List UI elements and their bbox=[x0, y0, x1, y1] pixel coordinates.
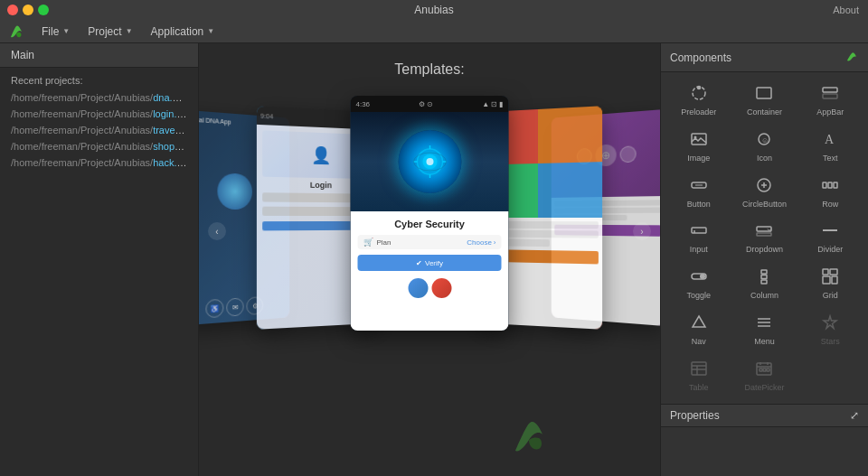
component-icon[interactable]: ☺ Icon bbox=[732, 124, 797, 169]
component-image-label: Image bbox=[687, 154, 710, 163]
component-menu[interactable]: Menu bbox=[732, 307, 797, 352]
grid-icon bbox=[821, 267, 839, 288]
menu-icon bbox=[755, 313, 773, 334]
maximize-button[interactable] bbox=[38, 5, 49, 15]
recent-file-hack[interactable]: /home/freeman/Project/Anubias/hack.anb bbox=[0, 154, 198, 171]
recent-files-list: /home/freeman/Project/Anubias/dna.anb /h… bbox=[0, 89, 198, 171]
recent-file-dna[interactable]: /home/freeman/Project/Anubias/dna.anb bbox=[0, 89, 198, 106]
svg-rect-39 bbox=[832, 276, 837, 284]
properties-panel: Properties ⤢ bbox=[661, 404, 868, 476]
component-container[interactable]: Container bbox=[732, 78, 797, 123]
card-avatars bbox=[358, 278, 502, 298]
component-dropdown[interactable]: Dropdown bbox=[732, 216, 797, 261]
application-menu-arrow-icon: ▼ bbox=[207, 27, 214, 35]
choose-arrow-icon: › bbox=[494, 238, 496, 247]
svg-rect-38 bbox=[823, 276, 830, 284]
component-circlebutton-label: CircleButton bbox=[742, 200, 787, 209]
project-menu[interactable]: Project ▼ bbox=[80, 23, 139, 40]
template-card-cyber[interactable]: 4:36 ⚙ ⊙ ▲ ⊡ ▮ bbox=[351, 96, 509, 331]
svg-rect-55 bbox=[767, 369, 769, 371]
divider-icon bbox=[821, 221, 839, 242]
input-icon bbox=[690, 221, 708, 242]
component-preloader[interactable]: Preloader bbox=[666, 78, 731, 123]
component-appbar-label: AppBar bbox=[816, 107, 844, 117]
verify-icon: ✔ bbox=[416, 259, 422, 267]
file-menu[interactable]: File ▼ bbox=[34, 23, 77, 40]
card-plan-row: 🛒 Plan Choose › bbox=[358, 235, 502, 249]
about-button[interactable]: About bbox=[833, 5, 859, 15]
preloader-icon bbox=[690, 84, 708, 105]
properties-expand-icon[interactable]: ⤢ bbox=[850, 409, 859, 422]
components-panel-header: Components bbox=[661, 43, 868, 72]
card-body: Cyber Security 🛒 Plan Choose › bbox=[351, 211, 509, 331]
svg-rect-54 bbox=[763, 369, 766, 371]
component-container-label: Container bbox=[747, 107, 782, 117]
component-stars: Stars bbox=[797, 307, 863, 352]
component-datepicker: DatePicker bbox=[732, 353, 797, 398]
component-image[interactable]: Image bbox=[666, 124, 731, 169]
app-logo-icon bbox=[7, 23, 25, 41]
component-menu-label: Menu bbox=[754, 337, 775, 346]
center-area: Templates: Medical DNA App ♿ ✉ ⚙ bbox=[199, 43, 660, 476]
choose-action[interactable]: Choose › bbox=[467, 238, 495, 247]
recent-file-shop1[interactable]: /home/freeman/Project/Anubias/shop1.anb bbox=[0, 138, 198, 154]
avatar-1 bbox=[408, 278, 428, 298]
component-button[interactable]: Button bbox=[666, 170, 731, 215]
application-menu[interactable]: Application ▼ bbox=[144, 23, 222, 40]
right-arrow-icon: › bbox=[640, 227, 643, 237]
properties-title: Properties bbox=[670, 409, 720, 422]
recent-projects-label: Recent projects: bbox=[0, 68, 198, 89]
component-column[interactable]: Column bbox=[732, 261, 797, 306]
main-tab[interactable]: Main bbox=[0, 43, 198, 68]
component-toggle-label: Toggle bbox=[687, 291, 712, 300]
component-grid[interactable]: Grid bbox=[797, 261, 863, 306]
table-icon bbox=[690, 359, 708, 380]
image-icon bbox=[690, 130, 708, 151]
cart-icon: 🛒 bbox=[363, 238, 373, 247]
component-appbar[interactable]: AppBar bbox=[797, 78, 863, 123]
verify-button[interactable]: ✔ Verify bbox=[358, 255, 502, 271]
component-divider[interactable]: Divider bbox=[797, 216, 863, 261]
nav-right-arrow[interactable]: › bbox=[633, 222, 651, 240]
recent-file-login[interactable]: /home/freeman/Project/Anubias/login.anb bbox=[0, 106, 198, 122]
component-table-label: Table bbox=[689, 383, 709, 392]
component-circlebutton[interactable]: CircleButton bbox=[732, 170, 797, 215]
templates-label: Templates: bbox=[394, 61, 464, 78]
file-path: /home/freeman/Project/Anubias/ bbox=[11, 92, 153, 103]
titlebar: Anubias About bbox=[0, 0, 868, 20]
minimize-button[interactable] bbox=[23, 5, 33, 15]
svg-rect-45 bbox=[692, 362, 706, 375]
component-nav-label: Nav bbox=[692, 337, 706, 346]
nav-left-arrow[interactable]: ‹ bbox=[208, 222, 226, 240]
verify-label: Verify bbox=[425, 259, 443, 267]
fp-icon-2 bbox=[620, 145, 637, 163]
menubar: File ▼ Project ▼ Application ▼ bbox=[0, 20, 868, 43]
component-toggle[interactable]: Toggle bbox=[666, 261, 731, 306]
components-leaf-icon bbox=[844, 49, 859, 66]
component-icon-label: Icon bbox=[757, 154, 772, 163]
card-cyber-title: Cyber Security bbox=[358, 219, 502, 229]
file-path: /home/freeman/Project/Anubias/ bbox=[11, 108, 153, 119]
row-icon bbox=[821, 176, 839, 197]
close-button[interactable] bbox=[7, 5, 18, 15]
stars-icon bbox=[821, 313, 839, 334]
component-preloader-label: Preloader bbox=[681, 107, 716, 117]
file-menu-arrow-icon: ▼ bbox=[62, 27, 70, 35]
component-text[interactable]: A Text bbox=[797, 124, 863, 169]
card-hero bbox=[351, 112, 509, 211]
app-title: Anubias bbox=[414, 4, 453, 16]
right-panel: Components Preloader Container bbox=[660, 43, 868, 476]
appbar-icon bbox=[821, 84, 839, 105]
component-input[interactable]: Input bbox=[666, 216, 731, 261]
component-row-label: Row bbox=[822, 200, 838, 209]
svg-rect-35 bbox=[761, 280, 767, 284]
container-icon bbox=[755, 84, 773, 105]
file-path: /home/freeman/Project/Anubias/ bbox=[11, 141, 153, 152]
icon-icon: ☺ bbox=[755, 130, 773, 151]
component-row[interactable]: Row bbox=[797, 170, 863, 215]
component-nav[interactable]: Nav bbox=[666, 307, 731, 352]
filename: travel.anb bbox=[153, 125, 196, 135]
file-path: /home/freeman/Project/Anubias/ bbox=[11, 125, 153, 135]
component-divider-label: Divider bbox=[817, 245, 843, 254]
recent-file-travel[interactable]: /home/freeman/Project/Anubias/travel.anb bbox=[0, 122, 198, 138]
